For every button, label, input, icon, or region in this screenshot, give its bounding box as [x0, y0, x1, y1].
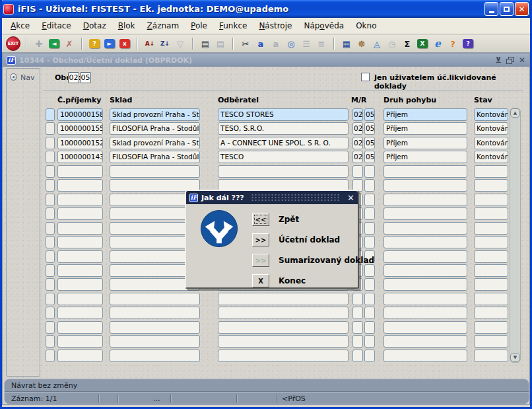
- cell-sklad[interactable]: Sklad provozní Praha - Stodůlk: [110, 137, 200, 149]
- menu-item-nápověda[interactable]: Nápověda: [298, 19, 350, 32]
- scroll-up-icon[interactable]: ▲: [510, 108, 520, 118]
- cell-prijemka[interactable]: [57, 278, 103, 291]
- close-button[interactable]: ✕: [515, 2, 529, 16]
- cell-prijemka[interactable]: 1000000155: [57, 122, 103, 135]
- cell-stav[interactable]: [474, 335, 508, 348]
- cell-r[interactable]: [364, 350, 375, 362]
- cell-m[interactable]: 02: [352, 108, 363, 121]
- cell-odberatel[interactable]: [218, 307, 349, 319]
- cell-sklad[interactable]: [110, 165, 200, 178]
- execute-query-icon[interactable]: ►: [104, 39, 115, 48]
- menu-item-akce[interactable]: Akce: [5, 19, 36, 32]
- cell-pohyb[interactable]: [383, 293, 467, 305]
- cell-stav[interactable]: [474, 236, 508, 248]
- menu-item-funkce[interactable]: Funkce: [213, 19, 253, 32]
- cell-m[interactable]: [352, 321, 363, 334]
- cell-stav[interactable]: Kontován: [474, 122, 508, 135]
- cell-r[interactable]: [364, 307, 375, 319]
- cell-odberatel[interactable]: TESO, S.R.O.: [218, 122, 349, 135]
- dialog-button-ucetni-doklad[interactable]: >>: [252, 233, 269, 246]
- menu-item-editace[interactable]: Editace: [36, 19, 77, 32]
- menu-item-pole[interactable]: Pole: [185, 19, 213, 32]
- cell-pohyb[interactable]: [383, 335, 467, 348]
- cell-r[interactable]: [364, 179, 375, 192]
- cell-pohyb[interactable]: [383, 278, 467, 291]
- cell-stav[interactable]: [474, 179, 508, 192]
- cell-odberatel[interactable]: [218, 335, 349, 348]
- enter-query-icon[interactable]: ?: [89, 39, 100, 48]
- dialog-close-icon[interactable]: ✕: [347, 194, 354, 202]
- cell-prijemka[interactable]: 1000000143: [57, 151, 103, 163]
- cell-stav[interactable]: [474, 278, 508, 291]
- sort-descending-icon[interactable]: Z↓: [158, 38, 172, 50]
- menu-item-dotaz[interactable]: Dotaz: [77, 19, 112, 32]
- row-selector[interactable]: [46, 194, 55, 206]
- cell-pohyb[interactable]: Příjem: [383, 151, 467, 163]
- nav-radio-icon[interactable]: [10, 73, 17, 81]
- row-selector[interactable]: [46, 307, 55, 319]
- cell-prijemka[interactable]: [57, 207, 103, 220]
- row-selector[interactable]: [46, 137, 55, 149]
- cell-pohyb[interactable]: [383, 321, 467, 334]
- cell-prijemka[interactable]: [57, 321, 103, 334]
- cell-m[interactable]: [352, 307, 363, 319]
- cell-prijemka[interactable]: 1000000158: [57, 108, 103, 121]
- browser-icon[interactable]: e: [431, 38, 444, 50]
- cell-prijemka[interactable]: [57, 350, 103, 362]
- cell-odberatel[interactable]: [218, 350, 349, 362]
- cell-sklad[interactable]: [110, 293, 200, 305]
- scroll-down-icon[interactable]: ▼: [510, 353, 520, 362]
- cell-stav[interactable]: [474, 264, 508, 277]
- cell-stav[interactable]: [474, 307, 508, 319]
- cell-pohyb[interactable]: Příjem: [383, 108, 467, 121]
- navigation-helm-icon[interactable]: ☸: [355, 38, 368, 50]
- cell-prijemka[interactable]: [57, 293, 103, 305]
- cell-m[interactable]: [352, 165, 363, 178]
- cell-odberatel[interactable]: A - CONNECT UNE SPOL. S R. O.: [218, 137, 349, 149]
- cell-r[interactable]: [364, 165, 375, 178]
- edit-field-icon[interactable]: a: [254, 38, 267, 50]
- cell-prijemka[interactable]: [57, 250, 103, 263]
- cancel-query-icon[interactable]: x: [119, 39, 130, 48]
- dialog-button-zpet[interactable]: <<: [252, 213, 269, 226]
- cell-odberatel[interactable]: [218, 321, 349, 334]
- row-selector[interactable]: [46, 321, 55, 334]
- cell-sklad[interactable]: Sklad provozní Praha - Stodůlk: [110, 108, 200, 121]
- cell-pohyb[interactable]: [383, 207, 467, 220]
- cell-sklad[interactable]: [110, 321, 200, 334]
- cell-sklad[interactable]: FILOSOFIA Praha - Stodůlky: [110, 151, 200, 163]
- menu-item-nástroje[interactable]: Nástroje: [253, 19, 298, 32]
- inner-restore-icon[interactable]: [506, 57, 514, 64]
- row-selector[interactable]: [46, 165, 55, 178]
- dialog-button-konec[interactable]: X: [252, 274, 269, 287]
- cell-m[interactable]: [352, 350, 363, 362]
- cell-r[interactable]: 05: [364, 122, 375, 135]
- row-selector[interactable]: [46, 236, 55, 248]
- cell-stav[interactable]: Kontován: [474, 137, 508, 149]
- zoom-document-icon[interactable]: ◎: [284, 38, 298, 50]
- cell-prijemka[interactable]: [57, 179, 103, 192]
- row-selector[interactable]: [46, 179, 55, 192]
- cell-prijemka[interactable]: [57, 194, 103, 206]
- row-selector[interactable]: [46, 264, 55, 277]
- cell-prijemka[interactable]: [57, 307, 103, 319]
- period-year-field[interactable]: 05: [80, 72, 91, 83]
- cell-prijemka[interactable]: [57, 222, 103, 235]
- period-month-field[interactable]: 02: [68, 72, 79, 83]
- cell-odberatel[interactable]: [218, 165, 349, 178]
- cell-r[interactable]: 05: [364, 137, 375, 149]
- row-selector[interactable]: [46, 108, 55, 121]
- cell-pohyb[interactable]: Příjem: [383, 122, 467, 135]
- inner-minimize-icon[interactable]: ⊻: [495, 56, 502, 64]
- cell-pohyb[interactable]: [383, 307, 467, 319]
- row-selector[interactable]: [46, 222, 55, 235]
- row-selector[interactable]: [46, 293, 55, 305]
- cell-stav[interactable]: [474, 194, 508, 206]
- cell-pohyb[interactable]: [383, 194, 467, 206]
- cell-prijemka[interactable]: [57, 165, 103, 178]
- cell-sklad[interactable]: [110, 335, 200, 348]
- cell-m[interactable]: 02: [352, 122, 363, 135]
- cell-stav[interactable]: [474, 207, 508, 220]
- hint-icon[interactable]: ?: [446, 38, 459, 50]
- row-selector[interactable]: [46, 350, 55, 362]
